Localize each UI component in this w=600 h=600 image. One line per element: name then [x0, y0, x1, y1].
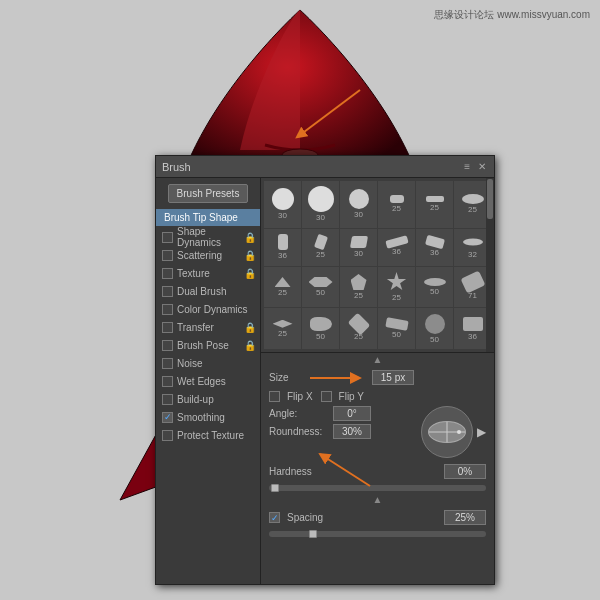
brush-tip-shape-header[interactable]: Brush Tip Shape — [156, 209, 260, 226]
sidebar-item-transfer[interactable]: Transfer 🔒 — [156, 318, 260, 336]
brush-grid-scrollbar[interactable] — [486, 178, 494, 352]
angle-value-input[interactable] — [333, 406, 371, 421]
angle-widget-container: ▶ — [421, 406, 486, 458]
brush-cell[interactable]: 50 — [378, 308, 415, 349]
brush-cell[interactable]: 25 — [378, 181, 415, 228]
brush-cell[interactable]: 30 — [340, 181, 377, 228]
size-label: Size — [269, 372, 304, 383]
protect-texture-label: Protect Texture — [177, 430, 244, 441]
size-triangle-indicator: ▲ — [261, 353, 494, 366]
angle-widget[interactable] — [421, 406, 473, 458]
watermark: 思缘设计论坛 www.missvyuan.com — [434, 8, 590, 22]
hardness-value-input[interactable] — [444, 464, 486, 479]
transfer-lock-icon: 🔒 — [244, 322, 256, 333]
panel-controls: ≡ ✕ — [464, 161, 488, 172]
protect-texture-checkbox[interactable] — [162, 430, 173, 441]
flip-x-text: Flip X — [287, 391, 313, 402]
angle-widget-inner — [428, 421, 466, 443]
sidebar-item-shape-dynamics[interactable]: Shape Dynamics 🔒 — [156, 228, 260, 246]
noise-checkbox[interactable] — [162, 358, 173, 369]
panel-close-button[interactable]: ✕ — [476, 161, 488, 172]
brush-cell[interactable]: 50 — [302, 308, 339, 349]
brush-cell[interactable]: 25 — [264, 308, 301, 349]
sidebar-item-protect-texture[interactable]: Protect Texture — [156, 426, 260, 444]
shape-dynamics-label: Shape Dynamics — [177, 226, 244, 248]
sidebar-item-noise[interactable]: Noise — [156, 354, 260, 372]
color-dynamics-checkbox[interactable] — [162, 304, 173, 315]
spacing-slider-thumb[interactable] — [309, 530, 317, 538]
spacing-slider-row — [261, 529, 494, 539]
scattering-lock-icon: 🔒 — [244, 250, 256, 261]
smoothing-checkbox[interactable]: ✓ — [162, 412, 173, 423]
panel-content: 30 30 30 25 25 25 36 25 30 36 36 32 25 5… — [261, 178, 494, 584]
sidebar-item-texture[interactable]: Texture 🔒 — [156, 264, 260, 282]
hardness-slider-track[interactable] — [269, 485, 486, 491]
brush-cell[interactable]: 25 — [416, 181, 453, 228]
dual-brush-checkbox[interactable] — [162, 286, 173, 297]
brush-cell[interactable]: 25 — [378, 267, 415, 308]
transfer-checkbox[interactable] — [162, 322, 173, 333]
hardness-slider-thumb[interactable] — [271, 484, 279, 492]
wet-edges-checkbox[interactable] — [162, 376, 173, 387]
texture-checkbox[interactable] — [162, 268, 173, 279]
flip-row: Flip X Flip Y — [261, 389, 494, 404]
brush-grid-inner: 30 30 30 25 25 25 36 25 30 36 36 32 25 5… — [261, 178, 494, 352]
brush-cell[interactable]: 30 — [264, 181, 301, 228]
scattering-checkbox[interactable] — [162, 250, 173, 261]
brush-cell[interactable]: 25 — [264, 267, 301, 308]
angle-row: Angle: — [269, 406, 409, 421]
noise-label: Noise — [177, 358, 203, 369]
panel-menu-icon[interactable]: ≡ — [464, 161, 470, 172]
angle-roundness-labels: Angle: Roundness: — [269, 406, 409, 442]
sidebar-item-wet-edges[interactable]: Wet Edges — [156, 372, 260, 390]
spacing-label[interactable]: ✓ Spacing — [269, 512, 440, 523]
angle-label: Angle: — [269, 408, 329, 419]
size-orange-arrow — [308, 371, 368, 385]
sidebar-item-build-up[interactable]: Build-up — [156, 390, 260, 408]
brush-cell[interactable]: 25 — [340, 308, 377, 349]
spacing-checkbox[interactable]: ✓ — [269, 512, 280, 523]
brush-pose-label: Brush Pose — [177, 340, 229, 351]
size-value-input[interactable] — [372, 370, 414, 385]
panel-titlebar: Brush ≡ ✕ — [156, 156, 494, 178]
build-up-checkbox[interactable] — [162, 394, 173, 405]
brush-cell[interactable]: 50 — [416, 267, 453, 308]
dual-brush-label: Dual Brush — [177, 286, 226, 297]
flip-y-checkbox[interactable] — [321, 391, 332, 402]
brush-cell[interactable]: 25 — [340, 267, 377, 308]
sidebar-item-scattering[interactable]: Scattering 🔒 — [156, 246, 260, 264]
roundness-value-input[interactable] — [333, 424, 371, 439]
wet-edges-label: Wet Edges — [177, 376, 226, 387]
sidebar-item-smoothing[interactable]: ✓ Smoothing — [156, 408, 260, 426]
panel-body: Brush Presets Brush Tip Shape Shape Dyna… — [156, 178, 494, 584]
sidebar-item-brush-pose[interactable]: Brush Pose 🔒 — [156, 336, 260, 354]
brush-pose-checkbox[interactable] — [162, 340, 173, 351]
flip-x-label[interactable]: Flip X — [269, 391, 313, 402]
hardness-slider-row — [261, 483, 494, 493]
brush-cell[interactable]: 36 — [264, 229, 301, 266]
flip-x-checkbox[interactable] — [269, 391, 280, 402]
brush-cell[interactable]: 36 — [416, 229, 453, 266]
hardness-label: Hardness — [269, 466, 440, 477]
brush-cell[interactable]: 30 — [340, 229, 377, 266]
brush-presets-button[interactable]: Brush Presets — [168, 184, 248, 203]
texture-label: Texture — [177, 268, 210, 279]
brush-cell[interactable]: 30 — [302, 181, 339, 228]
spacing-value-input[interactable] — [444, 510, 486, 525]
panel-title: Brush — [162, 161, 191, 173]
sidebar-item-color-dynamics[interactable]: Color Dynamics — [156, 300, 260, 318]
brush-panel: Brush ≡ ✕ Brush Presets Brush Tip Shape … — [155, 155, 495, 585]
brush-cell[interactable]: 50 — [302, 267, 339, 308]
transfer-label: Transfer — [177, 322, 214, 333]
scattering-label: Scattering — [177, 250, 222, 261]
texture-lock-icon: 🔒 — [244, 268, 256, 279]
sidebar-item-dual-brush[interactable]: Dual Brush — [156, 282, 260, 300]
flip-y-label[interactable]: Flip Y — [321, 391, 364, 402]
brush-cell[interactable]: 50 — [416, 308, 453, 349]
angle-widget-arrow-button[interactable]: ▶ — [477, 425, 486, 439]
brush-cell[interactable]: 25 — [302, 229, 339, 266]
build-up-label: Build-up — [177, 394, 214, 405]
brush-cell[interactable]: 36 — [378, 229, 415, 266]
spacing-slider-track[interactable] — [269, 531, 486, 537]
shape-dynamics-checkbox[interactable] — [162, 232, 173, 243]
